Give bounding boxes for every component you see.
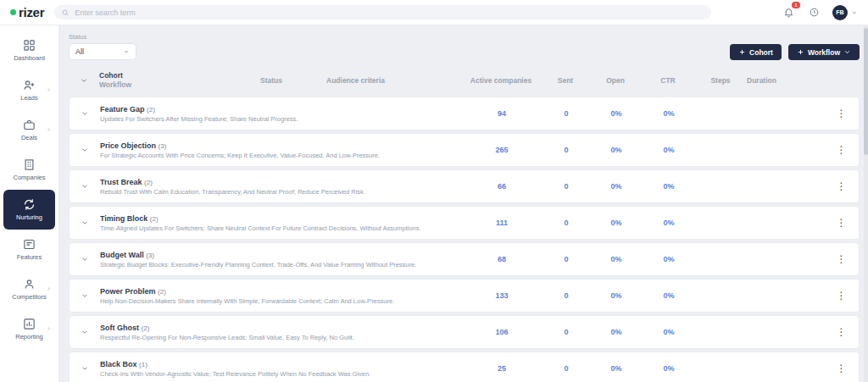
sidebar-item-label: Dashboard xyxy=(14,54,45,62)
active-companies-value[interactable]: 133 xyxy=(461,291,542,300)
open-value: 0% xyxy=(590,219,643,227)
row-expand-chevron[interactable] xyxy=(70,328,100,336)
sent-value: 0 xyxy=(542,291,590,300)
row-menu-button[interactable]: ⋮ xyxy=(824,144,859,156)
column-header-active-companies: Active companies xyxy=(460,76,542,85)
active-companies-value[interactable]: 265 xyxy=(461,146,542,154)
cohort-row: Budget Wall (3) Strategic Budget Blocks:… xyxy=(69,242,860,276)
deals-icon xyxy=(23,119,36,131)
row-menu-button[interactable]: ⋮ xyxy=(824,363,859,374)
companies-icon xyxy=(23,158,36,171)
cohort-count: (2) xyxy=(150,215,159,223)
cohort-row: Soft Ghost (2) Respectful Re-Opening For… xyxy=(69,315,860,349)
cohort-count: (2) xyxy=(158,288,166,296)
active-companies-value[interactable]: 111 xyxy=(461,219,542,227)
sent-value: 0 xyxy=(542,255,590,263)
history-clock-icon xyxy=(809,7,820,18)
cohort-title: Power Problem (2) xyxy=(100,287,453,296)
brand-logo[interactable]: rizer xyxy=(10,5,44,19)
row-expand-chevron[interactable] xyxy=(70,364,100,373)
add-cohort-button[interactable]: Cohort xyxy=(730,44,782,60)
history-button[interactable] xyxy=(807,6,821,19)
sent-value: 0 xyxy=(542,328,590,336)
ctr-value: 0% xyxy=(643,109,695,118)
cohort-count: (2) xyxy=(147,106,155,113)
active-companies-value[interactable]: 106 xyxy=(461,328,542,336)
user-menu[interactable]: FB xyxy=(832,5,858,20)
open-value: 0% xyxy=(590,146,643,154)
chevron-down-icon xyxy=(81,219,89,227)
search-bar[interactable] xyxy=(54,5,711,19)
row-expand-chevron[interactable] xyxy=(70,219,100,227)
sidebar-item-nurturing[interactable]: Nurturing xyxy=(3,190,55,230)
cohort-title: Price Objection (3) xyxy=(100,141,453,150)
sidebar-item-deals[interactable]: Deals xyxy=(3,110,55,150)
sidebar-item-dashboard[interactable]: Dashboard xyxy=(3,30,55,70)
search-input[interactable] xyxy=(75,8,704,17)
sent-value: 0 xyxy=(542,182,590,191)
nurturing-icon xyxy=(23,198,36,211)
status-filter-value: All xyxy=(75,47,84,56)
active-companies-value[interactable]: 94 xyxy=(461,109,542,118)
status-filter-select[interactable]: All xyxy=(69,43,136,60)
open-value: 0% xyxy=(590,182,643,191)
cohort-name-cell: Timing Block (2) Time-Aligned Updates Fo… xyxy=(100,214,461,232)
cohort-title: Trust Break (2) xyxy=(100,178,453,186)
open-value: 0% xyxy=(590,364,643,373)
row-menu-button[interactable]: ⋮ xyxy=(824,217,859,229)
column-header-duration: Duration xyxy=(747,76,823,85)
row-menu-button[interactable]: ⋮ xyxy=(824,253,859,265)
ctr-value: 0% xyxy=(643,328,695,336)
chevron-down-icon xyxy=(843,48,851,56)
competitors-icon xyxy=(23,278,36,291)
row-menu-button[interactable]: ⋮ xyxy=(824,290,859,302)
cohort-title: Feature Gap (2) xyxy=(100,105,453,113)
row-expand-chevron[interactable] xyxy=(70,182,100,191)
active-companies-value[interactable]: 68 xyxy=(461,255,542,263)
sidebar-item-features[interactable]: Features xyxy=(3,230,55,269)
action-buttons: Cohort Workflow xyxy=(730,44,860,60)
row-expand-chevron[interactable] xyxy=(70,146,100,154)
table-header: Cohort Workflow Status Audience criteria… xyxy=(69,68,860,97)
chevron-right-icon xyxy=(46,126,52,134)
cohort-row: Timing Block (2) Time-Aligned Updates Fo… xyxy=(69,206,860,240)
cohort-name-cell: Feature Gap (2) Updates For Switchers Af… xyxy=(100,105,461,123)
status-filter-label: Status xyxy=(69,33,136,41)
row-expand-chevron[interactable] xyxy=(70,291,100,300)
controls-bar: Status All Cohort Workflow xyxy=(69,33,860,60)
row-menu-button[interactable]: ⋮ xyxy=(824,180,859,192)
cohort-title: Soft Ghost (2) xyxy=(100,324,453,332)
ctr-value: 0% xyxy=(643,291,695,300)
sidebar-item-label: Features xyxy=(17,253,42,261)
chevron-right-icon xyxy=(46,86,52,94)
row-expand-chevron[interactable] xyxy=(70,255,100,263)
row-menu-button[interactable]: ⋮ xyxy=(824,326,859,338)
sent-value: 0 xyxy=(542,146,590,154)
open-value: 0% xyxy=(590,291,643,300)
sidebar-item-leads[interactable]: Leads xyxy=(3,70,55,110)
row-menu-button[interactable]: ⋮ xyxy=(824,108,859,119)
notifications-button[interactable]: 1 xyxy=(782,6,795,19)
sidebar-item-companies[interactable]: Companies xyxy=(3,150,55,190)
column-header-open: Open xyxy=(589,76,642,85)
scrollbar[interactable] xyxy=(864,26,868,382)
chevron-down-icon xyxy=(123,48,130,55)
sent-value: 0 xyxy=(542,219,590,227)
scrollbar-thumb[interactable] xyxy=(864,28,868,155)
row-expand-chevron[interactable] xyxy=(70,109,100,118)
open-value: 0% xyxy=(590,109,643,118)
user-avatar[interactable]: FB xyxy=(832,5,848,20)
cohort-name-cell: Trust Break (2) Rebuild Trust With Calm … xyxy=(100,178,461,196)
open-value: 0% xyxy=(590,255,643,263)
sidebar-item-competitors[interactable]: Competitors xyxy=(3,269,55,309)
cohort-row: Power Problem (2) Help Non-Decision-Make… xyxy=(69,279,860,313)
active-companies-value[interactable]: 25 xyxy=(461,364,542,373)
cohort-count: (2) xyxy=(144,179,153,186)
cohort-title: Timing Block (2) xyxy=(100,214,453,223)
expand-all-chevron[interactable] xyxy=(69,76,99,85)
sidebar-item-label: Companies xyxy=(14,174,46,181)
add-workflow-button[interactable]: Workflow xyxy=(788,44,860,60)
ctr-value: 0% xyxy=(643,146,695,154)
active-companies-value[interactable]: 66 xyxy=(461,182,542,191)
sidebar-item-reporting[interactable]: Reporting xyxy=(3,309,55,349)
